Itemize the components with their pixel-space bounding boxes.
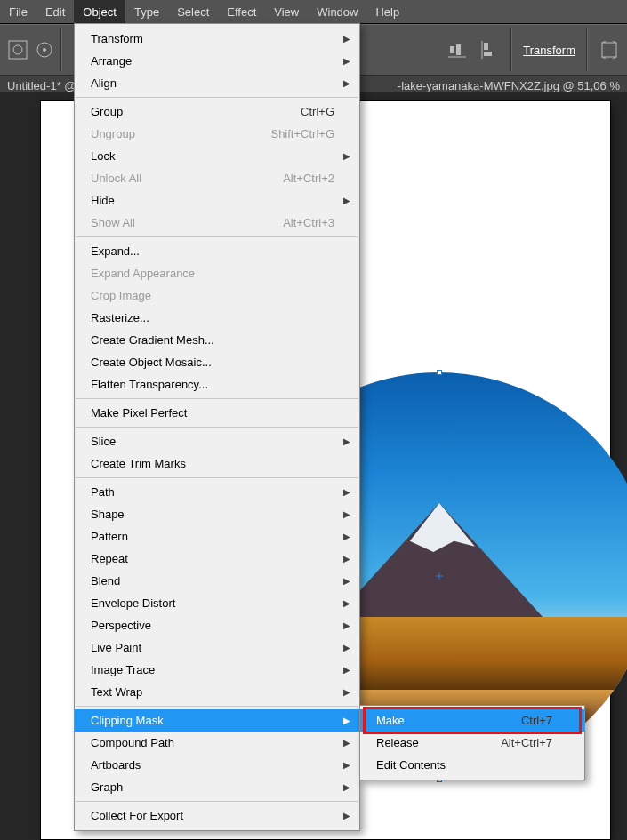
menu-edit[interactable]: Edit xyxy=(36,0,74,23)
menu-item-graph[interactable]: Graph▶ xyxy=(75,776,359,798)
menu-item-label: Release xyxy=(376,736,465,749)
menu-item-label: Envelope Distort xyxy=(91,596,334,610)
menu-window[interactable]: Window xyxy=(308,0,366,23)
menu-separator xyxy=(76,97,358,98)
menu-item-label: Make Pixel Perfect xyxy=(91,406,334,420)
menu-item-label: Artboards xyxy=(91,758,334,772)
menubar: FileEditObjectTypeSelectEffectViewWindow… xyxy=(0,0,627,24)
selection-center xyxy=(436,573,442,580)
menu-item-perspective[interactable]: Perspective▶ xyxy=(75,614,359,636)
submenu-arrow-icon: ▶ xyxy=(343,782,350,792)
menu-item-clipping-mask[interactable]: Clipping Mask▶ xyxy=(75,709,359,732)
svg-rect-8 xyxy=(484,52,492,56)
menu-item-shape[interactable]: Shape▶ xyxy=(75,503,359,525)
menu-item-image-trace[interactable]: Image Trace▶ xyxy=(75,659,359,681)
menu-file[interactable]: File xyxy=(0,0,36,23)
menu-item-arrange[interactable]: Arrange▶ xyxy=(75,50,359,72)
menu-item-label: Image Trace xyxy=(91,663,334,676)
menu-item-path[interactable]: Path▶ xyxy=(75,481,359,503)
submenu-arrow-icon: ▶ xyxy=(343,620,350,630)
submenu-arrow-icon: ▶ xyxy=(343,78,350,88)
menu-item-align[interactable]: Align▶ xyxy=(75,72,359,94)
menu-item-envelope-distort[interactable]: Envelope Distort▶ xyxy=(75,592,359,614)
tab-right-text[interactable]: -lake-yamanaka-MWFNX2Z.jpg @ 51,06 % xyxy=(398,79,620,92)
menu-separator xyxy=(76,477,358,478)
menu-item-label: Edit Contents xyxy=(376,758,552,772)
menu-separator xyxy=(76,706,358,707)
menu-view[interactable]: View xyxy=(265,0,308,23)
menu-item-live-paint[interactable]: Live Paint▶ xyxy=(75,636,359,659)
transform-panel-link[interactable]: Transform xyxy=(523,44,575,57)
menu-item-label: Flatten Transparency... xyxy=(91,378,334,391)
menu-item-create-object-mosaic[interactable]: Create Object Mosaic... xyxy=(75,351,359,373)
menu-select[interactable]: Select xyxy=(168,0,218,23)
menu-item-shortcut: Alt+Ctrl+7 xyxy=(501,736,552,749)
menu-item-text-wrap[interactable]: Text Wrap▶ xyxy=(75,681,359,703)
submenu-arrow-icon: ▶ xyxy=(343,151,350,161)
menu-item-repeat[interactable]: Repeat▶ xyxy=(75,548,359,570)
menu-item-label: Lock xyxy=(91,149,334,163)
menu-help[interactable]: Help xyxy=(366,0,408,23)
no-selection-icon[interactable] xyxy=(7,39,28,60)
selection-handle[interactable] xyxy=(437,370,442,375)
menu-item-transform[interactable]: Transform▶ xyxy=(75,28,359,50)
svg-rect-0 xyxy=(9,41,27,59)
menu-item-slice[interactable]: Slice▶ xyxy=(75,430,359,452)
menu-item-expand[interactable]: Expand... xyxy=(75,240,359,262)
menu-item-label: Expand Appearance xyxy=(91,267,334,280)
menu-item-label: Blend xyxy=(91,574,334,588)
menu-item-label: Make xyxy=(376,714,486,727)
menu-item-make-pixel-perfect[interactable]: Make Pixel Perfect xyxy=(75,402,359,424)
isolate-icon[interactable] xyxy=(599,39,620,60)
object-menu: Transform▶Arrange▶Align▶GroupCtrl+GUngro… xyxy=(74,23,360,831)
menu-item-label: Graph xyxy=(91,780,334,794)
menu-item-label: Transform xyxy=(91,32,334,45)
menu-item-flatten-transparency[interactable]: Flatten Transparency... xyxy=(75,373,359,396)
menu-item-label: Crop Image xyxy=(91,289,334,302)
clipping-mask-submenu: MakeCtrl+7ReleaseAlt+Ctrl+7Edit Contents xyxy=(359,705,585,780)
svg-point-3 xyxy=(43,48,46,52)
menu-separator xyxy=(76,236,358,237)
menu-item-hide[interactable]: Hide▶ xyxy=(75,189,359,212)
submenu-arrow-icon: ▶ xyxy=(343,436,350,446)
submenu-arrow-icon: ▶ xyxy=(343,554,350,564)
submenu-item-edit-contents[interactable]: Edit Contents xyxy=(360,754,584,776)
menu-item-label: Create Object Mosaic... xyxy=(91,356,334,369)
menu-item-expand-appearance: Expand Appearance xyxy=(75,262,359,284)
menu-item-label: Show All xyxy=(91,216,247,229)
menu-item-rasterize[interactable]: Rasterize... xyxy=(75,307,359,329)
menu-item-label: Ungroup xyxy=(91,127,235,140)
menu-item-label: Align xyxy=(91,76,334,90)
menu-item-collect-for-export[interactable]: Collect For Export▶ xyxy=(75,804,359,827)
menu-item-label: Pattern xyxy=(91,530,334,543)
align-vertical-icon[interactable] xyxy=(478,39,500,60)
menu-item-lock[interactable]: Lock▶ xyxy=(75,145,359,167)
submenu-arrow-icon: ▶ xyxy=(343,509,350,519)
menu-item-pattern[interactable]: Pattern▶ xyxy=(75,525,359,548)
submenu-arrow-icon: ▶ xyxy=(343,760,350,770)
menu-type[interactable]: Type xyxy=(125,0,168,23)
menu-item-create-gradient-mesh[interactable]: Create Gradient Mesh... xyxy=(75,329,359,351)
menu-item-compound-path[interactable]: Compound Path▶ xyxy=(75,732,359,754)
target-icon[interactable] xyxy=(34,39,55,60)
submenu-arrow-icon: ▶ xyxy=(343,532,350,541)
tab-left-text[interactable]: Untitled-1* @ xyxy=(7,79,76,92)
menu-object[interactable]: Object xyxy=(74,0,125,23)
menu-item-label: Create Gradient Mesh... xyxy=(91,333,334,347)
svg-rect-4 xyxy=(450,46,454,53)
menu-item-ungroup: UngroupShift+Ctrl+G xyxy=(75,123,359,145)
menu-item-blend[interactable]: Blend▶ xyxy=(75,570,359,592)
menu-item-crop-image: Crop Image xyxy=(75,284,359,307)
menu-item-label: Rasterize... xyxy=(91,311,334,324)
menu-separator xyxy=(76,801,358,802)
align-horizontal-icon[interactable] xyxy=(446,39,468,60)
menu-item-group[interactable]: GroupCtrl+G xyxy=(75,100,359,123)
submenu-arrow-icon: ▶ xyxy=(343,811,350,820)
menu-item-label: Expand... xyxy=(91,244,334,258)
submenu-item-release[interactable]: ReleaseAlt+Ctrl+7 xyxy=(360,732,584,754)
submenu-item-make[interactable]: MakeCtrl+7 xyxy=(360,709,584,732)
menu-item-artboards[interactable]: Artboards▶ xyxy=(75,754,359,776)
menu-item-create-trim-marks[interactable]: Create Trim Marks xyxy=(75,452,359,475)
menu-item-label: Compound Path xyxy=(91,736,334,749)
menu-effect[interactable]: Effect xyxy=(218,0,265,23)
